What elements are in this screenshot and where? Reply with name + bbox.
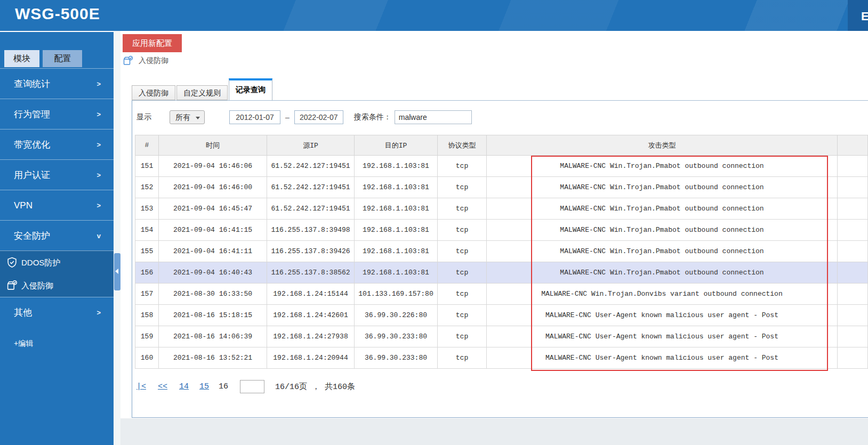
col-extra (838, 135, 868, 156)
cell-extra (838, 156, 868, 177)
sidebar-item-behavior-mgmt[interactable]: 行为管理 > (0, 99, 114, 129)
date-to-input[interactable] (294, 110, 343, 124)
sidebar-item-bandwidth[interactable]: 带宽优化 > (0, 129, 114, 159)
chevron-right-icon: > (97, 69, 101, 99)
cell-index: 154 (135, 220, 159, 241)
table-row[interactable]: 1532021-09-04 16:45:4761.52.242.127:1945… (135, 198, 868, 220)
cell-dest-ip: 101.133.169.157:80 (355, 284, 438, 305)
record-query-panel: 显示 所有 – 搜索条件： # 时间 源IP 目的IP 协议类型 攻击类型 15… (132, 100, 868, 418)
cell-extra (838, 220, 868, 241)
cell-time: 2021-08-16 14:06:39 (159, 326, 267, 347)
header-corner-label[interactable]: E (861, 10, 868, 23)
show-select[interactable]: 所有 (170, 110, 205, 124)
sidebar-item-security[interactable]: 安全防护 v (0, 220, 114, 250)
cell-attack-type: MALWARE-CNC Win.Trojan.Pmabot outbound c… (487, 241, 838, 262)
date-range-separator: – (285, 113, 290, 122)
table-row[interactable]: 1562021-09-04 16:40:43116.255.137.8:3856… (135, 262, 868, 284)
sidebar-tab-module[interactable]: 模块 (4, 50, 39, 67)
sidebar-item-user-auth[interactable]: 用户认证 > (0, 159, 114, 190)
cell-source-ip: 116.255.137.8:39426 (267, 241, 355, 262)
cell-dest-ip: 192.168.1.103:81 (355, 220, 438, 241)
cell-extra (838, 284, 868, 305)
cell-time: 2021-09-04 16:46:00 (159, 177, 267, 198)
cell-dest-ip: 192.168.1.103:81 (355, 177, 438, 198)
table-row[interactable]: 1602021-08-16 13:52:21192.168.1.24:20944… (135, 347, 868, 369)
sidebar-item-query-stats[interactable]: 查询统计 > (0, 68, 114, 99)
cell-index: 152 (135, 177, 159, 198)
search-input[interactable] (395, 110, 472, 124)
sidebar-item-label: DDOS防护 (21, 258, 60, 267)
shield-check-icon (6, 257, 18, 268)
tab-custom-rules[interactable]: 自定义规则 (176, 85, 228, 100)
sidebar-edit-link[interactable]: +编辑 (14, 339, 33, 349)
cell-time: 2021-08-16 15:18:15 (159, 305, 267, 326)
table-row[interactable]: 1572021-08-30 16:33:50192.168.1.24:15144… (135, 284, 868, 305)
date-from-input[interactable] (229, 110, 280, 124)
cell-attack-type: MALWARE-CNC User-Agent known malicious u… (487, 347, 838, 369)
sidebar-item-intrusion-prevention[interactable]: 入侵防御 (0, 274, 114, 297)
sidebar: 模块 配置 查询统计 > 行为管理 > 带宽优化 > 用户认证 > VPN > … (0, 31, 114, 445)
cell-extra (838, 198, 868, 220)
col-attack-type: 攻击类型 (487, 135, 838, 156)
cell-time: 2021-09-04 16:41:15 (159, 220, 267, 241)
table-row[interactable]: 1512021-09-04 16:46:0661.52.242.127:1945… (135, 156, 868, 177)
cell-protocol: tcp (438, 284, 487, 305)
pagination-page-link[interactable]: 15 (199, 382, 209, 391)
pagination-goto-input[interactable] (240, 380, 264, 393)
cell-dest-ip: 36.99.30.233:80 (355, 326, 438, 347)
cell-source-ip: 192.168.1.24:15144 (267, 284, 355, 305)
table-row[interactable]: 1522021-09-04 16:46:0061.52.242.127:1945… (135, 177, 868, 198)
cell-protocol: tcp (438, 198, 487, 220)
cell-extra (838, 262, 868, 284)
sidebar-item-ddos[interactable]: DDOS防护 (0, 251, 114, 274)
col-protocol: 协议类型 (438, 135, 487, 156)
cell-extra (838, 241, 868, 262)
cell-index: 158 (135, 305, 159, 326)
col-index: # (135, 135, 159, 156)
pagination-prev-button[interactable]: << (158, 382, 167, 391)
chevron-right-icon: > (97, 99, 101, 130)
cell-protocol: tcp (438, 177, 487, 198)
cell-source-ip: 116.255.137.8:39498 (267, 220, 355, 241)
chevron-right-icon: > (97, 160, 101, 190)
col-dest-ip: 目的IP (355, 135, 438, 156)
cell-time: 2021-08-16 13:52:21 (159, 347, 267, 369)
cell-index: 155 (135, 241, 159, 262)
show-select-value: 所有 (175, 113, 190, 122)
apply-config-button[interactable]: 应用新配置 (123, 34, 182, 52)
sidebar-submenu-security: DDOS防护 入侵防御 (0, 250, 114, 297)
sidebar-item-label: 带宽优化 (14, 140, 50, 150)
cell-protocol: tcp (438, 262, 487, 284)
sidebar-gap (114, 31, 120, 445)
table-row[interactable]: 1592021-08-16 14:06:39192.168.1.24:27938… (135, 326, 868, 347)
cell-time: 2021-09-04 16:40:43 (159, 262, 267, 284)
cell-dest-ip: 192.168.1.103:81 (355, 241, 438, 262)
sidebar-collapse-handle[interactable] (114, 253, 120, 290)
cell-index: 156 (135, 262, 159, 284)
cell-protocol: tcp (438, 241, 487, 262)
pagination-first-button[interactable]: |< (136, 382, 146, 391)
sidebar-item-vpn[interactable]: VPN > (0, 190, 114, 220)
sidebar-nav: 查询统计 > 行为管理 > 带宽优化 > 用户认证 > VPN > 安全防护 v (0, 68, 114, 349)
sidebar-item-label: 其他 (14, 308, 32, 318)
tab-intrusion-prevention[interactable]: 入侵防御 (132, 85, 175, 100)
collapse-arrow-icon (115, 269, 118, 274)
table-row[interactable]: 1582021-08-16 15:18:15192.168.1.24:42601… (135, 305, 868, 326)
cell-attack-type: MALWARE-CNC Win.Trojan.Pmabot outbound c… (487, 198, 838, 220)
chevron-right-icon: > (97, 190, 101, 221)
tab-record-query[interactable]: 记录查询 (229, 78, 272, 100)
chevron-right-icon: > (97, 130, 101, 160)
table-row[interactable]: 1542021-09-04 16:41:15116.255.137.8:3949… (135, 220, 868, 241)
cell-attack-type: MALWARE-CNC Win.Trojan.Pmabot outbound c… (487, 156, 838, 177)
sidebar-item-label: 用户认证 (14, 170, 50, 180)
cell-dest-ip: 192.168.1.103:81 (355, 262, 438, 284)
sidebar-tab-config[interactable]: 配置 (43, 50, 82, 67)
cell-protocol: tcp (438, 326, 487, 347)
chevron-right-icon: > (97, 297, 101, 328)
cell-attack-type: MALWARE-CNC User-Agent known malicious u… (487, 326, 838, 347)
pagination-page-link[interactable]: 14 (179, 382, 189, 391)
cell-source-ip: 61.52.242.127:19451 (267, 198, 355, 220)
cell-extra (838, 347, 868, 369)
sidebar-item-other[interactable]: 其他 > (0, 297, 114, 327)
table-row[interactable]: 1552021-09-04 16:41:11116.255.137.8:3942… (135, 241, 868, 262)
